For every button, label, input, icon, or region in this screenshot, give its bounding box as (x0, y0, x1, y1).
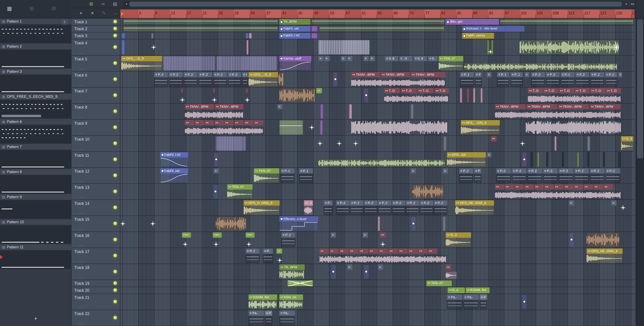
playhead-marker[interactable] (121, 12, 124, 16)
track-header[interactable]: Track 8... (72, 104, 120, 120)
automation-clip[interactable] (319, 26, 445, 32)
add-pattern-button[interactable]: + (0, 315, 72, 321)
audio-clip[interactable]: ↦T..O (401, 88, 417, 93)
pattern-clip[interactable]: ≡P..2 (246, 248, 260, 263)
pattern-clip[interactable]: ≡ (324, 56, 330, 61)
audio-clip[interactable]: ↦ (316, 88, 322, 93)
marker-clip[interactable] (443, 216, 446, 231)
audio-clip[interactable]: ↦OPS_HE..ONG_6 (586, 248, 623, 263)
audio-clip[interactable] (520, 40, 619, 55)
pattern-item-header[interactable]: ▤Pattern 9 (0, 194, 72, 200)
audio-clip[interactable]: ↦ (330, 248, 339, 254)
track-header[interactable]: Track 11... (72, 152, 120, 168)
pattern-clip[interactable]: ≡P..1 (280, 168, 294, 183)
audio-clip[interactable]: ↦T..O (559, 88, 574, 93)
audio-clip[interactable]: ↦ (204, 120, 214, 125)
marker-clip[interactable] (311, 33, 318, 39)
track-mute-led[interactable] (113, 34, 117, 38)
marker-clip[interactable] (577, 152, 579, 167)
pattern-clip[interactable]: ≡P..2 (546, 72, 560, 87)
automation-clip[interactable]: Kickstart 2 - Mix level (462, 26, 524, 32)
pattern-clip[interactable]: ≡ (214, 168, 219, 174)
audio-clip[interactable]: ↦ (276, 248, 282, 254)
audio-clip[interactable]: ↦ (408, 248, 418, 254)
pattern-clip[interactable]: ≡P..2 (543, 168, 558, 183)
pan-tool-icon[interactable]: ↔ (111, 10, 120, 16)
marker-clip[interactable] (411, 104, 414, 119)
pattern-clip[interactable]: ≡P..2 (392, 200, 406, 215)
automation-clip[interactable] (364, 88, 369, 103)
automation-clip[interactable]: TK..BPM (279, 19, 310, 25)
marker-clip[interactable] (444, 136, 446, 151)
audio-clip[interactable] (185, 111, 244, 119)
pattern-clip[interactable]: ≡P..2 (496, 168, 511, 183)
pattern-clip[interactable]: ≡Pa.. (447, 294, 462, 309)
pattern-clip[interactable]: ≡P..2 (605, 168, 620, 183)
track-mute-led[interactable] (113, 45, 117, 49)
marker-clip[interactable] (531, 152, 533, 167)
pattern-clip[interactable]: ≡P..2 (605, 72, 618, 87)
track-header[interactable]: Track 1 (72, 19, 120, 26)
audio-clip[interactable] (586, 232, 620, 247)
audio-clip[interactable]: ↦KSHM..fire (248, 294, 277, 309)
pattern-clip[interactable]: ≡..9 (399, 56, 412, 61)
pattern-clip[interactable]: ≡ (487, 72, 492, 77)
playlist-grid[interactable]: TK..BPMdblu..gerFabFil..velKickstart 2 -… (120, 19, 634, 326)
pattern-clip[interactable]: ≡P..2 (459, 168, 473, 183)
audio-clip[interactable]: ↦↦ (213, 232, 222, 238)
audio-clip[interactable]: ↦TKNV-..BPM (215, 104, 244, 109)
track-lane[interactable] (120, 310, 634, 326)
track-header[interactable]: Track 14... (72, 200, 120, 216)
automation-clip[interactable] (213, 184, 218, 199)
marker-clip[interactable] (491, 40, 493, 55)
audio-clip[interactable]: ↦ (234, 120, 244, 125)
automation-clip[interactable] (411, 216, 416, 231)
audio-clip[interactable]: ↦TKN..07 (439, 56, 463, 71)
pattern-clip[interactable]: ≡P..2 (590, 168, 605, 183)
audio-clip[interactable]: ↦T..O (418, 88, 434, 93)
track-mute-led[interactable] (113, 109, 117, 113)
automation-clip[interactable] (569, 232, 574, 247)
audio-clip[interactable]: ↦K..e (448, 287, 465, 293)
track-header[interactable]: Track 18... (72, 264, 120, 280)
marker-clip[interactable] (249, 33, 252, 39)
pattern-clip[interactable]: ≡P..2 (154, 72, 168, 87)
track-mute-led[interactable] (113, 141, 117, 145)
audio-clip[interactable]: ↦ (195, 120, 204, 125)
pattern-clip[interactable]: ≡ (487, 152, 492, 158)
track-header[interactable]: Track 10... (72, 136, 120, 152)
pattern-clip[interactable]: ≡ (611, 200, 616, 206)
window-grid-icon[interactable]: ▦ (5, 5, 14, 12)
pattern-clip[interactable]: ≡P..2 (434, 200, 448, 215)
add-button[interactable]: + (76, 10, 86, 16)
track-mute-led[interactable] (113, 270, 117, 274)
audio-clip[interactable]: ↦ (603, 184, 613, 190)
track-mute-led[interactable] (113, 77, 117, 81)
keys-icon[interactable]: ▤ (110, 1, 120, 7)
audio-clip[interactable]: ↦OPS...G# (447, 152, 486, 167)
timeline-ruler[interactable]: 5913172125293337414549535761656973778185… (120, 10, 634, 18)
track-header[interactable]: Track 19 (72, 280, 120, 287)
audio-clip[interactable]: ↦TKNV-..BPM (526, 104, 558, 109)
pattern-item[interactable]: ▤Pattern 6 (0, 119, 72, 144)
pattern-clip[interactable]: ≡P..2 (512, 168, 526, 183)
pattern-item-header[interactable]: ▤Pattern 6 (0, 119, 72, 125)
pattern-clip[interactable]: ≡ (363, 232, 368, 238)
audio-clip[interactable]: ↦ (389, 248, 398, 254)
audio-clip[interactable]: ↦TKNV-..BPM (558, 104, 589, 109)
audio-clip[interactable] (464, 63, 618, 71)
audio-clip[interactable]: ↦ (378, 248, 388, 254)
automation-clip[interactable] (500, 19, 634, 25)
pattern-item[interactable]: ▤Pattern 7 (0, 144, 72, 169)
audio-clip[interactable] (495, 111, 622, 119)
gear-icon[interactable]: ⚙ (49, 5, 58, 12)
automation-clip[interactable] (123, 26, 278, 32)
pattern-clip[interactable]: ≡ (331, 232, 336, 238)
scroll-left-icon[interactable]: ◂ (124, 1, 129, 7)
audio-clip[interactable] (279, 88, 316, 103)
automation-clip[interactable] (364, 264, 370, 279)
track-mute-led[interactable] (113, 206, 117, 209)
audio-clip[interactable]: ↦ (380, 232, 386, 238)
pattern-item-header[interactable]: ▤Pattern 10 (0, 219, 72, 225)
track-header[interactable]: Track 2 (72, 26, 120, 33)
